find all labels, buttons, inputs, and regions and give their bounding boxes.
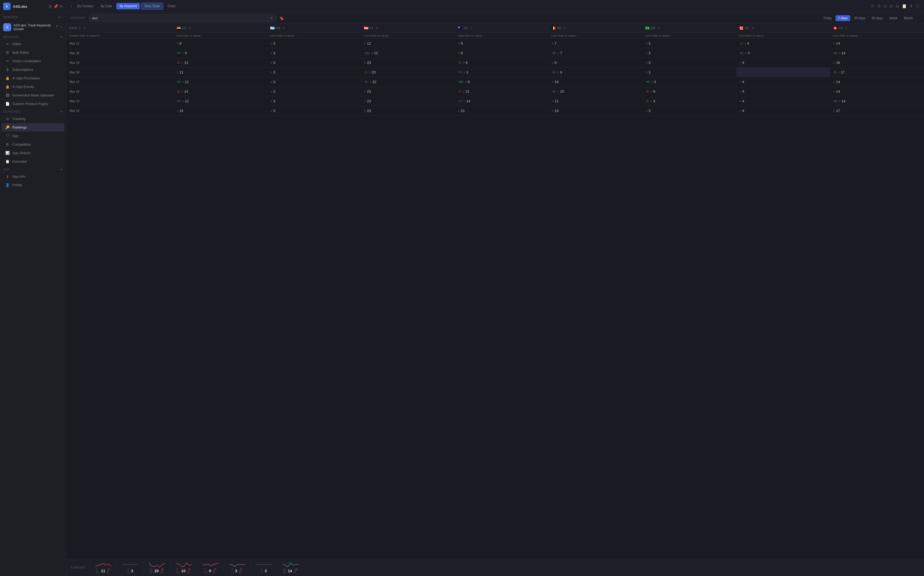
profile-icon: 👤: [5, 183, 10, 187]
tab-by-country[interactable]: By Country: [74, 3, 96, 10]
th-ch-menu-icon[interactable]: ☰: [845, 27, 848, 30]
tab-data-table[interactable]: Data Table: [141, 3, 163, 10]
sidebar-item-app-info[interactable]: ℹ App Info: [2, 172, 64, 181]
app-edit-icon[interactable]: ✎: [60, 26, 63, 29]
tracker-label: TRACKER: [3, 16, 56, 19]
sidebar-item-tracking[interactable]: ◎ Tracking: [2, 115, 64, 123]
date-30days[interactable]: 30 days: [851, 15, 868, 21]
help-icon[interactable]: ⓘ: [916, 4, 920, 9]
date-week[interactable]: Week: [887, 15, 900, 21]
date-60days[interactable]: 60 days: [869, 15, 886, 21]
th-br-menu-icon[interactable]: ☰: [658, 27, 660, 30]
keyword-value: aso: [92, 16, 98, 20]
filter-be[interactable]: Less than or equal...: [549, 33, 642, 39]
summary-col-ae: 915 11 -2↓5: [90, 561, 117, 574]
cell-ch-0: #14: [830, 39, 924, 48]
filter-ch[interactable]: Less than or equal...: [830, 33, 924, 39]
summary-chart-at: [149, 561, 165, 568]
metadata-nav-items: ✏ Editor ☰ Bulk Editor ✂ Cross Localizat…: [0, 40, 66, 108]
cell-date-5: Mar 16: [66, 87, 173, 96]
filter-icon[interactable]: ⊟: [883, 4, 887, 9]
cell-at-2: #23: [361, 58, 455, 67]
sidebar-item-rankings[interactable]: 🔑 Rankings: [2, 123, 64, 131]
summary-col-ar: 35 3: [117, 561, 144, 574]
settings-icon[interactable]: ⚙: [877, 4, 881, 9]
tab-by-date[interactable]: By Date: [98, 3, 116, 10]
summary-stats-ar: 35 3: [127, 568, 133, 574]
grid-icon[interactable]: ⊞: [896, 4, 899, 9]
cell-ae-7: #15: [173, 106, 267, 116]
tracker-icon-2[interactable]: ›: [62, 15, 63, 19]
sidebar-item-subscriptions[interactable]: $ Subscriptions: [2, 66, 64, 74]
sidebar-item-bulk-editor[interactable]: ☰ Bulk Editor: [2, 48, 64, 57]
mail-icon[interactable]: ✉: [59, 4, 63, 8]
tab-chart[interactable]: Chart: [164, 3, 179, 10]
cell-au-0: #6: [455, 39, 549, 48]
tracked-app-item[interactable]: A ASO.dev: Track Keywords Growth 📱 ✎: [0, 21, 66, 34]
th-ca-menu-icon[interactable]: ☰: [752, 27, 754, 30]
metadata-section-header[interactable]: METADATA ▼: [0, 34, 66, 40]
cell-br-3: #3: [642, 67, 736, 77]
filter-br[interactable]: Less than or equal...: [642, 33, 736, 39]
sidebar-item-editor[interactable]: ✏ Editor: [2, 40, 64, 48]
tracker-icon-1[interactable]: ⊕: [58, 15, 61, 19]
keyword-label: KEYWORD: [71, 16, 86, 19]
back-button[interactable]: ‹: [71, 4, 72, 8]
sidebar-item-custom-pages[interactable]: 📄 Custom Product Pages: [2, 100, 64, 108]
export-icon[interactable]: ⬆: [910, 4, 913, 9]
th-au-menu-icon[interactable]: ☰: [470, 27, 473, 30]
filter-ae[interactable]: Less than or equal...: [173, 33, 267, 39]
filter-au[interactable]: Less than or equal...: [455, 33, 549, 39]
keywords-section-header[interactable]: KEYWORDS ▼: [0, 108, 66, 114]
sidebar-item-app-search[interactable]: 📊 App Search: [2, 149, 64, 157]
copy-icon[interactable]: 📋: [902, 4, 907, 9]
sidebar-item-in-app-purchases[interactable]: 🔒 In-App Purchases: [2, 74, 64, 82]
th-be-menu-icon[interactable]: ☰: [564, 27, 566, 30]
cell-be-6: #11: [549, 96, 642, 106]
summary-chart-br: [229, 561, 245, 568]
sidebar-item-competitors[interactable]: ⚙ Competitors: [2, 140, 64, 149]
date-7days[interactable]: 7 days: [836, 15, 850, 21]
sidebar-item-overview[interactable]: 📋 Overview: [2, 157, 64, 166]
date-month[interactable]: Month: [901, 15, 916, 21]
refresh-icon[interactable]: ⟳: [871, 4, 874, 9]
sidebar-item-spy[interactable]: 🛡 Spy: [2, 132, 64, 140]
cell-at-4: +1↑#22: [361, 77, 455, 87]
keyword-selector[interactable]: aso ▼: [89, 14, 276, 22]
app-device-icon[interactable]: 📱: [55, 26, 59, 29]
cell-ca-0: -1↓#4: [736, 39, 830, 48]
th-ae-menu-icon[interactable]: ☰: [188, 27, 191, 30]
table-row: Mar 18#11#3-1↓#23+3↑#3+1↑#9#3--3↓#17: [66, 67, 924, 77]
cell-ch-5: #14: [830, 87, 924, 96]
cell-au-3: +3↑#3: [455, 67, 549, 77]
cell-ca-3: -: [736, 67, 830, 77]
sidebar-item-screenshot-uploader[interactable]: 🖼 Screenshot Mass Uploader: [2, 91, 64, 99]
competitors-icon: ⚙: [5, 142, 10, 146]
filter-at[interactable]: Less than or equal...: [361, 33, 455, 39]
users-icon[interactable]: ⊕: [890, 4, 893, 9]
th-ar-menu-icon[interactable]: ☰: [282, 27, 285, 30]
bookmark-icon[interactable]: 🔖: [279, 16, 284, 20]
layout-icon[interactable]: ⊞: [49, 4, 52, 8]
pin-icon[interactable]: 📌: [53, 4, 58, 8]
sidebar-item-profile[interactable]: 👤 Profile: [2, 181, 64, 189]
sidebar-item-in-app-events[interactable]: 🔒 In-App Events: [2, 83, 64, 91]
summary-chart-ch: [282, 561, 298, 568]
cell-ch-3: -3↓#17: [830, 67, 924, 77]
rankings-icon: 🔑: [5, 125, 10, 129]
tab-by-keyword[interactable]: By Keyword: [116, 3, 140, 10]
date-today[interactable]: Today: [821, 15, 834, 21]
th-at-menu-icon[interactable]: ☰: [375, 27, 378, 30]
cell-be-7: #10: [549, 106, 642, 116]
filter-ar[interactable]: Less than or equal...: [267, 33, 361, 39]
cell-date-3: Mar 18: [66, 67, 173, 77]
sidebar-item-cross-localization[interactable]: ✂ Cross Localization: [2, 57, 64, 65]
sidebar: A ASO.dev ⊞ 📌 ✉ TRACKER ⊕ › A ASO.dev: T…: [0, 0, 66, 576]
th-date-menu-icon[interactable]: ☰: [83, 27, 86, 30]
aso-section-header[interactable]: ASO ▼: [0, 166, 66, 172]
th-date-refresh-icon[interactable]: ⟳: [79, 26, 81, 30]
filter-ca[interactable]: Less than or equal...: [736, 33, 830, 39]
custom-pages-icon: 📄: [5, 102, 10, 106]
filter-date[interactable]: Greater than or equal to: [66, 33, 173, 39]
cell-at-7: #23: [361, 106, 455, 116]
